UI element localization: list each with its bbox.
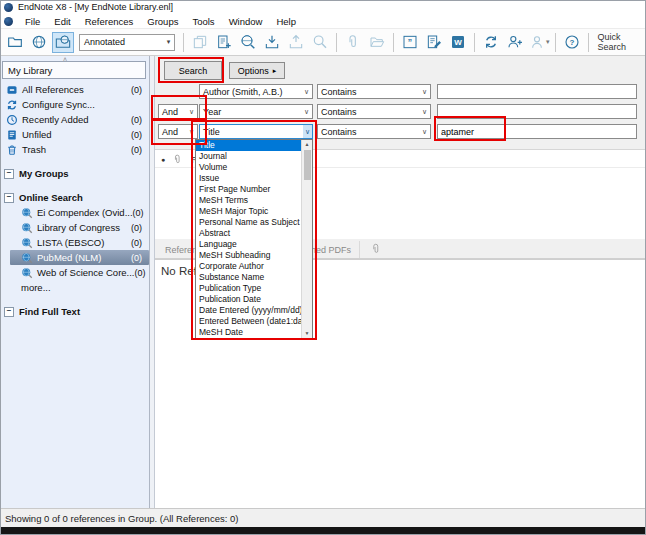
- dropdown-scrollbar[interactable]: ▲ ▼: [301, 140, 312, 338]
- my-library-header[interactable]: My Library: [2, 61, 146, 79]
- export-button[interactable]: [285, 32, 307, 53]
- unfiled-item[interactable]: Unfiled (0): [0, 127, 149, 142]
- database-search-item[interactable]: Ei Compendex (Ovid... (0): [0, 205, 149, 220]
- chevron-up-icon[interactable]: ˄: [63, 56, 67, 63]
- comparator-combo[interactable]: Contains ∨: [317, 124, 431, 139]
- read-status-icon: ●: [161, 156, 165, 163]
- attach-file-button[interactable]: [342, 32, 364, 53]
- search-term-input[interactable]: [437, 124, 637, 139]
- trash-item[interactable]: Trash (0): [0, 142, 149, 157]
- menu-item[interactable]: Help: [269, 16, 303, 27]
- field-dropdown-item[interactable]: MeSH Date: [196, 327, 301, 338]
- field-dropdown-item[interactable]: Publication Date: [196, 294, 301, 305]
- field-dropdown-item[interactable]: MeSH Terms: [196, 195, 301, 206]
- search-term-input[interactable]: [437, 104, 637, 119]
- comparator-combo[interactable]: Contains ∨: [317, 84, 431, 99]
- toolbar-button[interactable]: [393, 33, 394, 52]
- export-icon: [288, 34, 304, 50]
- field-dropdown-item[interactable]: Personal Name as Subject: [196, 217, 301, 228]
- help-button[interactable]: [561, 32, 583, 53]
- field-combo[interactable]: Author (Smith, A.B.) ∨: [199, 84, 313, 99]
- boolean-connector-combo[interactable]: And ∨: [158, 104, 198, 119]
- menu-item[interactable]: Tools: [185, 16, 221, 27]
- copy-references-button[interactable]: [189, 32, 211, 53]
- menu-item[interactable]: References: [78, 16, 141, 27]
- field-dropdown-item[interactable]: Volume: [196, 162, 301, 173]
- trash-icon: [6, 144, 18, 156]
- field-dropdown-item[interactable]: Language: [196, 239, 301, 250]
- database-search-item[interactable]: Library of Congress (0): [0, 220, 149, 235]
- sidebar-item[interactable]: My Groups: [0, 166, 149, 181]
- field-dropdown-item[interactable]: Abstract: [196, 228, 301, 239]
- sidebar-item-label: Web of Science Core...: [37, 267, 135, 278]
- configure-sync-item[interactable]: Configure Sync...: [0, 97, 149, 112]
- open-library-button[interactable]: [4, 32, 26, 53]
- field-combo-value: Title: [203, 127, 220, 137]
- online-search-mode-icon: [31, 34, 47, 50]
- scroll-down-arrow-icon[interactable]: ▼: [305, 329, 310, 338]
- online-search-button[interactable]: [237, 32, 259, 53]
- field-dropdown-item[interactable]: Substance Name: [196, 272, 301, 283]
- field-dropdown-item[interactable]: Issue: [196, 173, 301, 184]
- field-dropdown-item[interactable]: Title: [196, 140, 301, 151]
- chevron-down-icon: ∨: [301, 108, 309, 116]
- toolbar-button[interactable]: [474, 33, 475, 52]
- open-library-icon: [7, 34, 23, 50]
- collapse-icon[interactable]: [4, 193, 14, 203]
- field-dropdown-item[interactable]: Date Entered (yyyy/mm/dd): [196, 305, 301, 316]
- go-to-word-button[interactable]: [447, 32, 469, 53]
- import-icon: [264, 34, 280, 50]
- sync-button[interactable]: [480, 32, 502, 53]
- open-link-button[interactable]: [366, 32, 388, 53]
- recently-added-item[interactable]: Recently Added (0): [0, 112, 149, 127]
- collapse-icon[interactable]: [4, 307, 14, 317]
- boolean-connector-combo[interactable]: And ∨: [158, 124, 198, 139]
- integrated-mode-button[interactable]: [52, 32, 74, 53]
- comparator-combo[interactable]: Contains ∨: [317, 104, 431, 119]
- sidebar-item[interactable]: more...: [0, 280, 149, 295]
- menu-item[interactable]: File: [18, 16, 47, 27]
- menu-item[interactable]: Groups: [140, 16, 185, 27]
- database-search-item[interactable]: Web of Science Core... (0): [0, 265, 149, 280]
- field-dropdown-item[interactable]: Journal: [196, 151, 301, 162]
- field-dropdown-item[interactable]: MeSH Major Topic: [196, 206, 301, 217]
- field-dropdown-item[interactable]: MeSH Subheading: [196, 250, 301, 261]
- field-dropdown-item[interactable]: Entered Between (date1:da: [196, 316, 301, 327]
- online-search-mode-button[interactable]: [28, 32, 50, 53]
- sidebar-item[interactable]: Find Full Text: [0, 304, 149, 319]
- insert-citation-button[interactable]: [399, 32, 421, 53]
- toolbar-button[interactable]: [183, 33, 184, 52]
- new-reference-button[interactable]: [213, 32, 235, 53]
- menu-item[interactable]: Window: [222, 16, 270, 27]
- online-accounts-button[interactable]: [528, 32, 550, 53]
- collapse-icon[interactable]: [4, 169, 14, 179]
- database-search-icon: [21, 207, 33, 219]
- sidebar-item-count: (0): [131, 130, 149, 140]
- field-dropdown-item[interactable]: Publication Type: [196, 283, 301, 294]
- database-search-item[interactable]: LISTA (EBSCO) (0): [0, 235, 149, 250]
- output-style-combo[interactable]: Annotated ▾: [79, 34, 175, 51]
- toolbar-button[interactable]: [588, 33, 589, 52]
- quick-search-label[interactable]: Quick Search: [597, 32, 646, 52]
- scrollbar-thumb[interactable]: [304, 150, 311, 180]
- scroll-up-arrow-icon[interactable]: ▲: [305, 140, 310, 149]
- share-library-button[interactable]: [504, 32, 526, 53]
- find-full-text-button[interactable]: [309, 32, 331, 53]
- my-library-label: My Library: [8, 65, 52, 76]
- all-references-item[interactable]: All References (0): [0, 82, 149, 97]
- field-dropdown-item[interactable]: First Page Number: [196, 184, 301, 195]
- menu-item[interactable]: Edit: [47, 16, 77, 27]
- field-combo[interactable]: Year ∨: [199, 104, 313, 119]
- sidebar-item[interactable]: Online Search: [0, 190, 149, 205]
- format-bibliography-button[interactable]: [423, 32, 445, 53]
- import-button[interactable]: [261, 32, 283, 53]
- chevron-down-icon: ∨: [419, 108, 427, 116]
- field-combo[interactable]: Title ∨: [199, 124, 313, 139]
- toolbar-button[interactable]: [555, 33, 556, 52]
- boolean-connector-value: And: [162, 127, 178, 137]
- search-term-input[interactable]: [437, 84, 637, 99]
- database-search-item[interactable]: PubMed (NLM) (0): [10, 250, 149, 265]
- chevron-down-icon[interactable]: ▾: [167, 38, 171, 46]
- toolbar-button[interactable]: [336, 33, 337, 52]
- field-dropdown-item[interactable]: Corporate Author: [196, 261, 301, 272]
